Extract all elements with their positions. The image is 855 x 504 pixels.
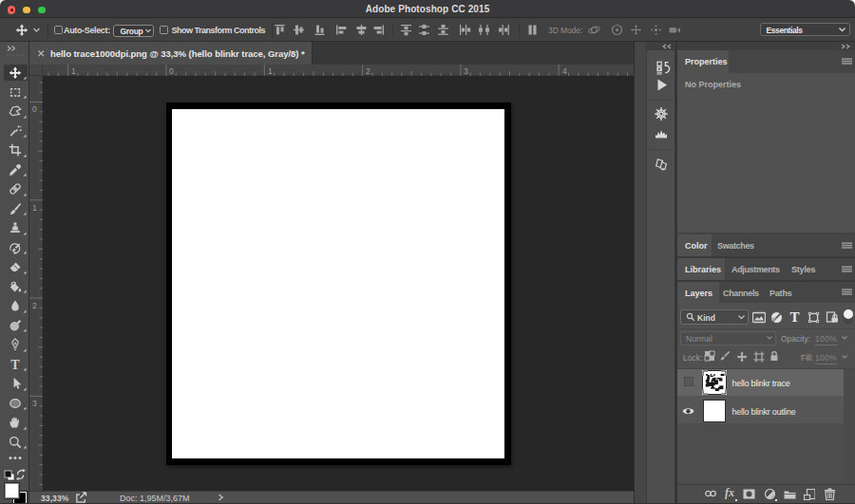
svg-text:0: 0 [169,66,174,76]
svg-text:1: 1 [71,66,76,76]
svg-text:2: 2 [366,66,370,76]
svg-text:4: 4 [562,66,567,76]
svg-text:T: T [789,310,799,324]
svg-text:1: 1 [32,203,37,213]
svg-text:3: 3 [464,66,468,76]
svg-text:fx: fx [725,487,734,499]
svg-text:0: 0 [32,104,37,114]
svg-text:1: 1 [268,66,273,76]
svg-text:2: 2 [32,301,37,310]
svg-text:3: 3 [32,399,37,408]
svg-text:T: T [10,358,20,371]
